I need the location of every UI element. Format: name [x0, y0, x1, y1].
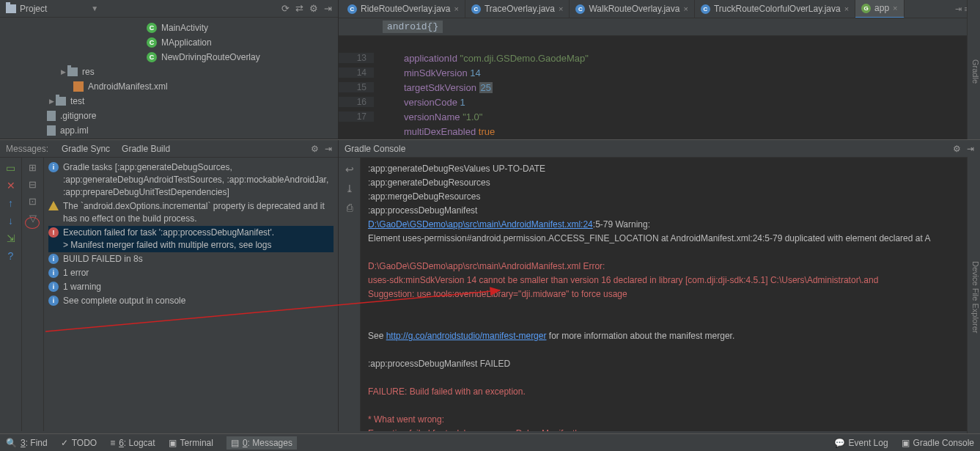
hide-icon[interactable]: ⇥: [325, 144, 332, 154]
message-item[interactable]: !Execution failed for task ':app:process…: [48, 226, 334, 252]
console-line: [368, 399, 964, 413]
status-messages[interactable]: ▤0: Messages: [226, 436, 297, 450]
line-number: 14: [339, 67, 374, 78]
gear-icon[interactable]: ⚙: [953, 144, 961, 154]
message-item[interactable]: i1 warning: [48, 280, 334, 294]
xml-icon: [73, 81, 84, 92]
code-line[interactable]: 15 targetSdkVersion 25: [339, 80, 980, 95]
soft-wrap-icon[interactable]: ↩: [345, 164, 354, 175]
tree-item[interactable]: CNewDrivingRouteOverlay: [0, 50, 338, 65]
code-line[interactable]: 14 minSdkVersion 14: [339, 65, 980, 80]
console-line: Element uses-permission#android.permissi…: [368, 232, 964, 246]
project-tree[interactable]: CMainActivityCMApplicationCNewDrivingRou…: [0, 18, 338, 139]
hide-icon[interactable]: ⇥: [967, 144, 974, 154]
help-icon[interactable]: ?: [8, 250, 14, 262]
java-icon: C: [471, 4, 481, 14]
code-line[interactable]: 16 versionCode 1: [339, 95, 980, 109]
close-icon[interactable]: ×: [454, 4, 459, 13]
class-icon: C: [147, 37, 157, 48]
tree-item-label: app.iml: [60, 125, 89, 136]
close-icon[interactable]: ×: [844, 4, 849, 13]
close-icon[interactable]: ✕: [7, 180, 15, 191]
messages-tab-build[interactable]: Gradle Build: [116, 144, 176, 154]
print-icon[interactable]: ⎙: [347, 202, 353, 213]
export-icon[interactable]: ⇲: [7, 232, 15, 244]
status-logcat[interactable]: ≡6: Logcat: [110, 438, 155, 448]
tree-item-label: test: [70, 96, 84, 106]
status-bar: 🔍3: Find ✓TODO ≡6: Logcat ▣Terminal ▤0: …: [0, 433, 980, 451]
collapse-all-icon[interactable]: ⊟: [29, 179, 37, 190]
project-title: Project: [20, 4, 47, 14]
down-icon[interactable]: ↓: [8, 215, 13, 227]
sync-icon[interactable]: ⟳: [281, 3, 290, 14]
editor-tab[interactable]: Gapp×: [855, 0, 904, 18]
scroll-end-icon[interactable]: ⤓: [345, 183, 354, 194]
console-line: [368, 301, 964, 315]
message-item[interactable]: The `android.dexOptions.incremental` pro…: [48, 199, 334, 226]
editor-tab[interactable]: CWalkRouteOverlay.java×: [570, 0, 694, 18]
java-icon: C: [347, 4, 357, 14]
console-line: Suggestion: use tools:overrideLibrary="d…: [368, 287, 964, 301]
status-todo[interactable]: ✓TODO: [61, 438, 97, 448]
message-text: 1 error: [63, 267, 334, 279]
sidetab-device-file-explorer[interactable]: Device File Explorer: [967, 157, 980, 433]
message-text: The `android.dexOptions.incremental` pro…: [63, 200, 334, 225]
autoscroll-icon[interactable]: ⊡: [29, 196, 37, 207]
messages-tab-sync[interactable]: Gradle Sync: [56, 144, 116, 154]
folder-icon: [56, 97, 66, 106]
close-icon[interactable]: ×: [559, 4, 563, 13]
close-icon[interactable]: ×: [893, 4, 897, 12]
message-item[interactable]: iGradle tasks [:app:generateDebugSources…: [48, 161, 334, 199]
message-item[interactable]: iBUILD FAILED in 8s: [48, 252, 334, 266]
gradle-console-header: Gradle Console ⚙⇥: [339, 140, 980, 158]
tree-item-label: NewDrivingRouteOverlay: [161, 52, 260, 62]
messages-title: Messages:: [6, 144, 48, 154]
gear-icon[interactable]: ⚙: [311, 144, 319, 154]
tree-item-label: AndroidManifest.xml: [88, 81, 168, 92]
tree-item[interactable]: .gitignore: [0, 109, 338, 123]
console-line: :app:mergeDebugResources: [368, 190, 964, 204]
editor[interactable]: android{} 13 applicationId "com.dji.GSDe…: [339, 18, 980, 139]
tab-label: RideRouteOverlay.java: [361, 4, 451, 14]
tree-item[interactable]: ▶res: [0, 65, 338, 79]
gradle-console-title: Gradle Console: [345, 144, 405, 154]
sidetab-gradle[interactable]: Gradle: [967, 0, 980, 139]
code-line[interactable]: 17 versionName "1.0": [339, 109, 980, 124]
editor-tab[interactable]: CTruckRouteColorfulOverLay.java×: [695, 0, 855, 18]
code-line[interactable]: 13 applicationId "com.dji.GSDemo.GaodeMa…: [339, 51, 980, 65]
status-gradle-console[interactable]: ▣Gradle Console: [902, 438, 974, 448]
status-find[interactable]: 🔍3: Find: [6, 438, 48, 448]
hide-icon[interactable]: ⇥: [324, 3, 332, 14]
collapse-icon[interactable]: ▭: [6, 162, 15, 174]
line-number: 17: [339, 111, 374, 122]
expand-icon[interactable]: ⊞: [29, 162, 37, 173]
code-line[interactable]: [339, 36, 980, 51]
tree-item[interactable]: CMainActivity: [0, 21, 338, 35]
tree-item[interactable]: app.iml: [0, 123, 338, 138]
console-line: uses-sdk:minSdkVersion 14 cannot be smal…: [368, 274, 964, 287]
code-line[interactable]: multiDexEnabled true: [339, 124, 980, 139]
tree-item[interactable]: ▶test: [0, 94, 338, 109]
status-eventlog[interactable]: 💬Event Log: [834, 438, 888, 448]
editor-tab[interactable]: CTraceOverlay.java×: [465, 0, 570, 18]
tab-label: TraceOverlay.java: [485, 4, 555, 14]
editor-tab[interactable]: CRideRouteOverlay.java×: [342, 0, 465, 18]
filter-icon[interactable]: ▽: [29, 213, 37, 224]
close-icon[interactable]: ×: [683, 4, 688, 13]
status-terminal[interactable]: ▣Terminal: [169, 438, 213, 448]
project-view-dropdown[interactable]: ▼: [91, 4, 98, 12]
gear-icon[interactable]: ⚙: [309, 3, 318, 14]
info-icon: i: [48, 254, 59, 264]
breadcrumb[interactable]: android{}: [339, 18, 980, 36]
console-line: FAILURE: Build failed with an exception.: [368, 385, 964, 399]
up-icon[interactable]: ↑: [8, 197, 13, 209]
message-item[interactable]: iSee complete output in console: [48, 294, 334, 308]
console-output[interactable]: :app:generateDebugResValues UP-TO-DATE:a…: [361, 158, 971, 431]
tree-item[interactable]: CMApplication: [0, 35, 338, 50]
message-item[interactable]: i1 error: [48, 266, 334, 280]
messages-list[interactable]: iGradle tasks [:app:generateDebugSources…: [44, 158, 338, 431]
info-icon: i: [48, 282, 59, 292]
breadcrumb-item[interactable]: android{}: [383, 21, 443, 33]
split-icon[interactable]: ⇄: [295, 3, 303, 14]
tree-item[interactable]: AndroidManifest.xml: [0, 79, 338, 94]
